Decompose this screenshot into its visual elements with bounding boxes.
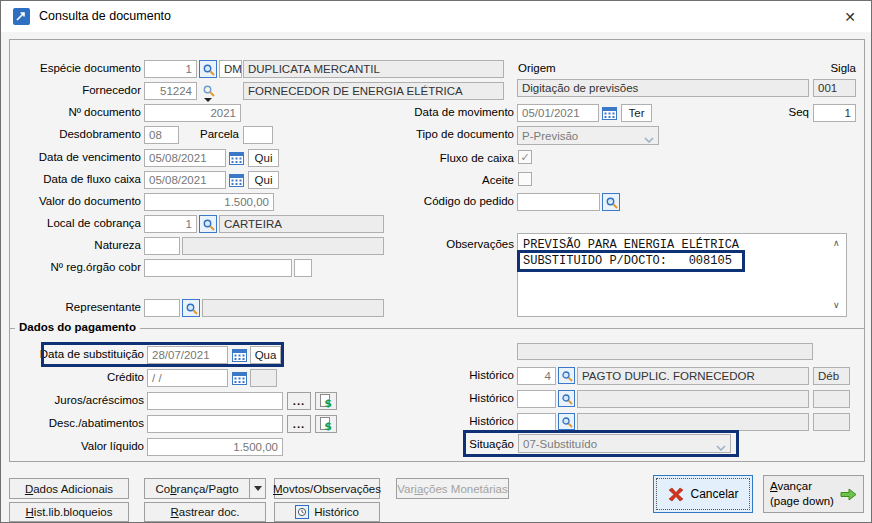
data-substituicao-field[interactable]: 28/07/2021	[147, 346, 228, 364]
search-icon	[561, 370, 573, 382]
representante-code-field[interactable]	[144, 299, 180, 317]
group-label-dados-pagamento: Dados do pagamento	[15, 321, 140, 333]
label-juros: Juros/acréscimos	[9, 394, 144, 406]
historico-button[interactable]: Histórico	[274, 502, 380, 522]
cobranca-pagto-dropdown-button[interactable]	[249, 478, 266, 499]
tipo-documento-dropdown[interactable]: P-Previsão	[517, 126, 659, 145]
label-reg-orgao: Nº reg.órgão cobr	[9, 261, 141, 273]
calendar-icon	[229, 173, 244, 187]
valor-documento-field[interactable]: 1.500,00	[144, 193, 274, 211]
close-icon[interactable]: ✕	[837, 6, 863, 27]
historico-2-code-field[interactable]	[517, 390, 556, 408]
chevron-down-icon	[716, 441, 726, 453]
ellipsis-label: ...	[293, 395, 306, 407]
calendar-icon	[602, 106, 617, 120]
especie-lookup-button[interactable]	[199, 60, 217, 78]
situacao-dropdown[interactable]: 07-Substituído	[518, 434, 731, 453]
natureza-code-field[interactable]	[144, 237, 180, 255]
seq-field[interactable]: 1	[813, 104, 856, 122]
observacoes-line1: PREVISÃO PARA ENERGIA ELÉTRICA	[523, 238, 739, 252]
juros-more-button[interactable]: ...	[287, 392, 311, 410]
especie-code-field[interactable]: 1	[144, 60, 197, 78]
dialog-consulta-documento: Consulta de documento ✕ Espécie document…	[0, 0, 872, 523]
movtos-observacoes-button[interactable]: Movtos/Observações	[274, 478, 380, 499]
reg-orgao-field[interactable]	[144, 259, 292, 277]
num-documento-field[interactable]: 2021	[144, 104, 241, 122]
credito-dow-box	[250, 369, 277, 387]
local-cobranca-code-field[interactable]: 1	[144, 215, 197, 233]
data-substituicao-dow-box: Qua	[250, 346, 281, 364]
label-valor-documento: Valor do documento	[9, 195, 141, 207]
descontos-money-button[interactable]: $	[315, 415, 337, 433]
data-substituicao-calendar-button[interactable]	[230, 346, 248, 364]
label-historico-2: Histórico	[441, 392, 514, 404]
credito-field[interactable]: / /	[147, 369, 228, 387]
calendar-icon	[232, 371, 247, 385]
search-icon	[185, 302, 198, 315]
label-sigla: Sigla	[771, 62, 856, 74]
fluxo-de-caixa-checkbox[interactable]: ✓	[518, 150, 532, 164]
cancelar-button[interactable]: Cancelar	[653, 475, 753, 513]
fornecedor-lookup-button[interactable]	[199, 81, 217, 99]
label-valor-liquido: Valor líquido	[9, 440, 144, 452]
especie-desc-field: DUPLICATA MERCANTIL	[243, 60, 504, 78]
label-local-cobranca: Local de cobrança	[9, 217, 141, 229]
search-icon	[605, 196, 618, 209]
credito-calendar-button[interactable]	[230, 369, 248, 387]
natureza-desc-field	[182, 237, 384, 255]
search-icon	[202, 84, 215, 97]
label-seq: Seq	[771, 106, 809, 118]
descontos-more-button[interactable]: ...	[287, 415, 311, 433]
codigo-pedido-field[interactable]	[517, 193, 600, 211]
juros-money-button[interactable]: $	[315, 392, 337, 410]
descontos-field[interactable]	[147, 415, 283, 433]
data-fluxo-caixa-field[interactable]: 05/08/2021	[144, 171, 226, 189]
hist-lib-bloqueios-button[interactable]: Hist.lib.bloqueios	[9, 502, 129, 522]
reg-orgao-extra-field[interactable]	[294, 259, 312, 277]
pagamento-extra-field	[517, 343, 813, 360]
historico-2-tipo-field	[813, 390, 850, 408]
chevron-down-icon	[644, 133, 654, 145]
situacao-value: 07-Substituído	[523, 438, 597, 450]
fornecedor-code-field[interactable]: 51224	[144, 82, 197, 100]
label-data-movimento: Data de movimento	[381, 106, 514, 118]
historico-3-lookup-button[interactable]	[558, 413, 575, 430]
codigo-pedido-lookup-button[interactable]	[602, 193, 620, 211]
aceite-checkbox[interactable]	[518, 172, 532, 186]
data-movimento-field[interactable]: 05/01/2021	[517, 104, 599, 122]
historico-2-lookup-button[interactable]	[558, 390, 575, 407]
fornecedor-dropdown-arrow-icon[interactable]	[204, 98, 212, 102]
label-observacoes: Observações	[381, 238, 514, 250]
label-historico-1: Histórico	[441, 369, 514, 381]
observacoes-scroll-up-icon[interactable]: ∧	[833, 239, 840, 248]
cobranca-pagto-button[interactable]: Cobrança/Pagto	[144, 478, 250, 499]
data-movimento-calendar-button[interactable]	[600, 104, 618, 122]
historico-3-code-field[interactable]	[517, 413, 556, 431]
search-icon	[561, 393, 573, 405]
data-vencimento-calendar-button[interactable]	[227, 149, 245, 167]
data-fluxo-caixa-dow-box: Qui	[248, 171, 279, 189]
valor-liquido-field[interactable]: 1.500,00	[147, 438, 283, 456]
observacoes-scroll-down-icon[interactable]: ∨	[833, 301, 840, 310]
label-tipo-documento: Tipo de documento	[381, 128, 514, 140]
label-data-substituicao: Data de substituição	[9, 348, 144, 360]
rastrear-doc-button[interactable]: Rastrear doc.	[144, 502, 266, 522]
historico-1-lookup-button[interactable]	[558, 367, 575, 384]
data-fluxo-caixa-calendar-button[interactable]	[227, 171, 245, 189]
label-historico-3: Histórico	[441, 415, 514, 427]
historico-1-code-field[interactable]: 4	[517, 367, 556, 385]
label-representante: Representante	[9, 301, 141, 313]
representante-lookup-button[interactable]	[182, 299, 200, 317]
dados-adicionais-button[interactable]: Dados Adicionais	[9, 478, 129, 499]
data-vencimento-field[interactable]: 05/08/2021	[144, 149, 226, 167]
local-cobranca-lookup-button[interactable]	[199, 215, 217, 233]
label-data-vencimento: Data de vencimento	[9, 151, 141, 163]
search-icon	[202, 218, 215, 231]
sigla-field: 001	[813, 79, 856, 97]
parcela-field[interactable]	[243, 126, 273, 144]
especie-sigla-field[interactable]: DM	[219, 60, 242, 78]
juros-field[interactable]	[147, 392, 283, 410]
observacoes-line2: SUBSTITUIDO P/DOCTO: 008105	[523, 254, 732, 268]
representante-desc-field	[202, 299, 384, 317]
avancar-button[interactable]: Avançar (page down)	[763, 475, 864, 513]
